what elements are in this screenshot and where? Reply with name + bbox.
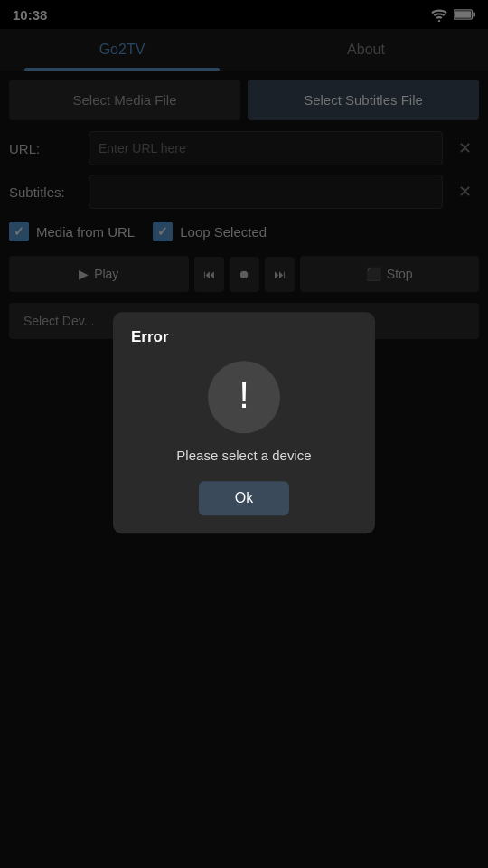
dialog-icon-circle: ! <box>208 361 280 433</box>
dialog-error-icon: ! <box>239 376 249 414</box>
dialog-icon-area: ! <box>113 361 375 433</box>
dialog-ok-button[interactable]: Ok <box>199 481 289 515</box>
error-dialog: Error ! Please select a device Ok <box>113 312 375 533</box>
dialog-title: Error <box>113 312 375 352</box>
dialog-message: Please select a device <box>113 446 375 481</box>
